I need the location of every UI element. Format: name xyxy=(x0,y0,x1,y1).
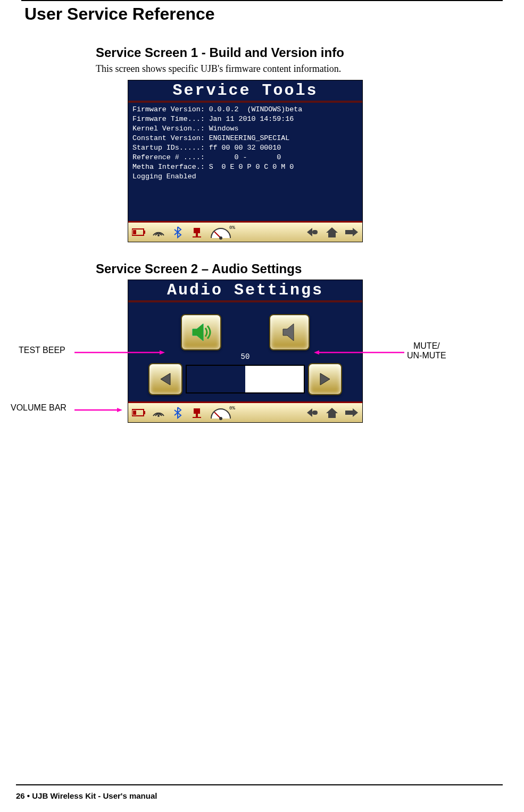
svg-rect-23 xyxy=(193,417,201,418)
svg-marker-12 xyxy=(160,350,165,355)
volume-up-button[interactable] xyxy=(308,363,342,395)
svg-rect-18 xyxy=(144,411,145,414)
connector-icon xyxy=(188,405,206,421)
svg-rect-10 xyxy=(312,230,318,234)
mute-button[interactable] xyxy=(269,314,310,350)
battery-icon xyxy=(130,405,148,421)
svg-point-20 xyxy=(157,415,160,417)
svg-text:0%: 0% xyxy=(229,406,235,411)
wifi-icon xyxy=(149,224,168,240)
screen-1-title: Service Tools xyxy=(128,80,362,103)
svg-rect-4 xyxy=(194,228,200,233)
screen-1-content: Firmware Version: 0.0.0.2 (WINDOWS)beta … xyxy=(128,103,362,221)
section-1-heading: Service Screen 1 - Build and Version inf… xyxy=(96,45,503,60)
svg-point-3 xyxy=(157,234,160,236)
screen-2-title: Audio Settings xyxy=(128,280,362,302)
connector-icon xyxy=(188,224,206,240)
bluetooth-icon xyxy=(169,224,187,240)
callout-test-beep: TEST BEEP xyxy=(19,346,65,355)
bluetooth-icon xyxy=(169,405,187,421)
svg-rect-5 xyxy=(196,233,198,236)
arrow-icon[interactable] xyxy=(342,405,360,421)
section-1-body: This screen shows specific UJB's firmwar… xyxy=(96,63,503,75)
volume-bar-fill xyxy=(187,366,245,392)
svg-rect-22 xyxy=(196,414,198,417)
home-icon[interactable] xyxy=(323,405,341,421)
svg-rect-19 xyxy=(133,411,136,415)
svg-rect-2 xyxy=(133,230,136,234)
section-2-heading: Service Screen 2 – Audio Settings xyxy=(96,261,503,276)
page-footer: 26 • UJB Wireless Kit - User's manual xyxy=(16,791,157,800)
svg-marker-14 xyxy=(314,350,319,355)
svg-rect-21 xyxy=(194,408,200,414)
wifi-icon xyxy=(149,405,168,421)
svg-rect-1 xyxy=(144,231,145,234)
svg-marker-16 xyxy=(117,408,122,412)
svg-text:0%: 0% xyxy=(229,225,235,231)
service-tools-screen: Service Tools Firmware Version: 0.0.0.2 … xyxy=(128,80,363,242)
status-bar-2: 0% xyxy=(128,401,362,422)
status-bar: 0% xyxy=(128,221,362,242)
test-beep-button[interactable] xyxy=(181,314,221,350)
arrow-icon[interactable] xyxy=(342,224,360,240)
gauge-icon: 0% xyxy=(207,405,239,421)
svg-rect-6 xyxy=(193,236,201,237)
svg-point-8 xyxy=(219,236,222,240)
callout-mute: MUTE/ UN-MUTE xyxy=(407,341,446,360)
callout-volume-bar: VOLUME BAR xyxy=(11,403,66,413)
battery-icon xyxy=(130,224,148,240)
home-icon[interactable] xyxy=(323,224,341,240)
volume-bar[interactable] xyxy=(186,365,305,393)
gauge-icon: 0% xyxy=(207,224,239,240)
back-icon[interactable] xyxy=(304,405,322,421)
volume-down-button[interactable] xyxy=(148,363,182,395)
back-icon[interactable] xyxy=(304,224,322,240)
svg-point-25 xyxy=(219,417,222,420)
svg-rect-27 xyxy=(312,411,318,415)
page-title: User Service Reference xyxy=(24,4,503,24)
